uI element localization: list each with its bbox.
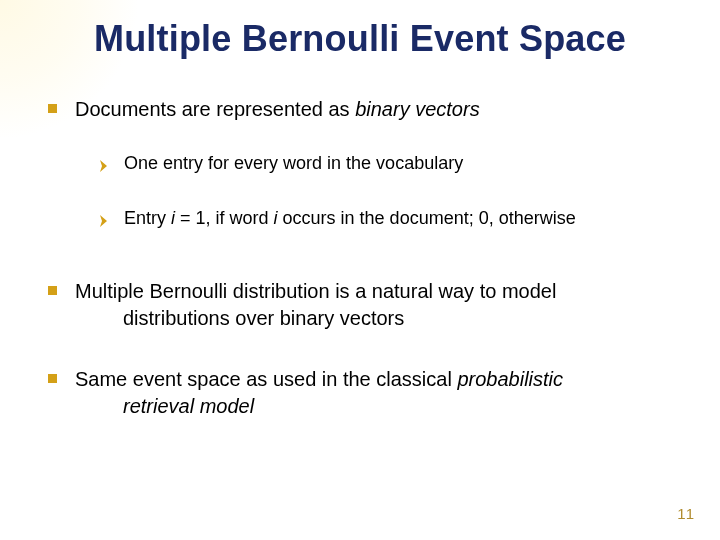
- slide-title: Multiple Bernoulli Event Space: [0, 18, 720, 60]
- bullet-text: Multiple Bernoulli distribution is a nat…: [75, 278, 680, 332]
- slide-body: Documents are represented as binary vect…: [48, 96, 680, 438]
- svg-marker-0: [100, 160, 107, 172]
- text-run: occurs in the document; 0, otherwise: [278, 208, 576, 228]
- square-bullet-icon: [48, 104, 57, 113]
- text-italic: binary vectors: [355, 98, 480, 120]
- bullet-level2: Entry i = 1, if word i occurs in the doc…: [100, 206, 680, 233]
- text-continuation-italic: retrieval model: [75, 393, 680, 420]
- bullet-level1: Multiple Bernoulli distribution is a nat…: [48, 278, 680, 332]
- page-number: 11: [677, 505, 694, 522]
- text-run: Same event space as used in the classica…: [75, 368, 457, 390]
- bullet-level2: One entry for every word in the vocabula…: [100, 151, 680, 178]
- text-line: Same event space as used in the classica…: [75, 368, 563, 390]
- square-bullet-icon: [48, 286, 57, 295]
- bullet-text: Documents are represented as binary vect…: [75, 96, 680, 123]
- bullet-level1: Documents are represented as binary vect…: [48, 96, 680, 123]
- svg-marker-1: [100, 215, 107, 227]
- chevron-right-icon: [100, 154, 110, 178]
- bullet-text: Entry i = 1, if word i occurs in the doc…: [124, 206, 680, 230]
- square-bullet-icon: [48, 374, 57, 383]
- text-run: = 1, if word: [175, 208, 274, 228]
- text-run: Documents are represented as: [75, 98, 355, 120]
- text-continuation: distributions over binary vectors: [75, 305, 680, 332]
- bullet-text: Same event space as used in the classica…: [75, 366, 680, 420]
- bullet-level1: Same event space as used in the classica…: [48, 366, 680, 420]
- text-line: Multiple Bernoulli distribution is a nat…: [75, 280, 556, 302]
- slide: Multiple Bernoulli Event Space Documents…: [0, 0, 720, 540]
- text-run: Entry: [124, 208, 171, 228]
- chevron-right-icon: [100, 209, 110, 233]
- bullet-text: One entry for every word in the vocabula…: [124, 151, 680, 175]
- text-italic: probabilistic: [457, 368, 563, 390]
